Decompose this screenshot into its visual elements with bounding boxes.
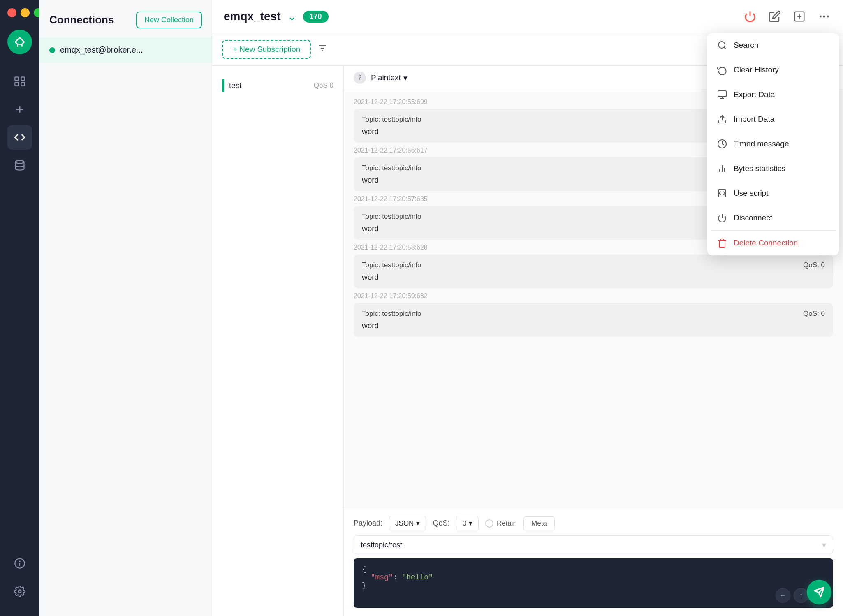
topbar-right xyxy=(743,9,831,24)
dropdown-item-disconnect[interactable]: Disconnect xyxy=(707,206,839,230)
minimize-button[interactable] xyxy=(21,8,30,17)
code-sep: : xyxy=(393,573,402,581)
svg-point-21 xyxy=(718,42,725,48)
svg-rect-23 xyxy=(718,91,726,97)
bytes-statistics-icon xyxy=(717,164,727,174)
send-button[interactable] xyxy=(807,580,831,604)
message-bubble-4: Topic: testtopic/info QoS: 0 word xyxy=(354,255,833,288)
dropdown-item-timed-message[interactable]: Timed message xyxy=(707,132,839,156)
dropdown-item-export-data[interactable]: Export Data xyxy=(707,82,839,107)
more-options-button[interactable] xyxy=(817,9,831,24)
connection-name: emqx_test@broker.e... xyxy=(60,45,143,55)
topic-row: ▾ xyxy=(354,535,833,554)
topic-chevron-icon: ▾ xyxy=(822,540,826,550)
format-label: Plaintext xyxy=(371,73,401,82)
payload-format-chevron-icon: ▾ xyxy=(416,519,420,528)
message-topic-4: Topic: testtopic/info xyxy=(362,261,422,269)
code-value: "hello" xyxy=(402,573,433,581)
dropdown-disconnect-label: Disconnect xyxy=(734,213,772,222)
message-body-4: word xyxy=(362,273,825,282)
power-button[interactable] xyxy=(743,9,757,24)
svg-line-22 xyxy=(724,47,726,49)
compose-options-row: Payload: JSON ▾ QoS: 0 ▾ Retain Meta xyxy=(354,516,833,530)
subscription-qos: QoS 0 xyxy=(314,81,333,90)
export-data-icon xyxy=(717,90,727,100)
retain-toggle[interactable]: Retain xyxy=(485,519,517,528)
meta-button[interactable]: Meta xyxy=(523,516,555,530)
code-editor[interactable]: { "msg": "hello" } ← ↑ → xyxy=(354,558,833,608)
svg-point-15 xyxy=(820,16,822,18)
qos-select[interactable]: 0 ▾ xyxy=(456,516,478,530)
traffic-lights xyxy=(0,8,43,17)
subscription-topic: test xyxy=(229,81,242,90)
dropdown-clear-history-label: Clear History xyxy=(734,65,779,74)
dropdown-import-label: Import Data xyxy=(734,115,774,124)
new-subscription-button[interactable]: + New Subscription xyxy=(222,40,311,59)
message-timestamp-5: 2021-12-22 17:20:59:682 xyxy=(354,291,833,301)
message-qos-4: QoS: 0 xyxy=(803,261,825,269)
nav-bottom xyxy=(7,551,32,604)
dropdown-use-script-label: Use script xyxy=(734,189,768,198)
svg-rect-3 xyxy=(21,82,25,86)
sidebar-item-code[interactable] xyxy=(7,125,32,150)
connections-header: Connections New Collection xyxy=(39,0,212,37)
dropdown-item-use-script[interactable]: Use script xyxy=(707,181,839,206)
svg-rect-1 xyxy=(21,77,25,81)
message-topic-3: Topic: testtopic/info xyxy=(362,213,422,221)
qos-chevron-icon: ▾ xyxy=(469,519,472,528)
dropdown-item-import-data[interactable]: Import Data xyxy=(707,107,839,132)
message-bubble-5: Topic: testtopic/info QoS: 0 word xyxy=(354,303,833,337)
sidebar-item-database[interactable] xyxy=(7,153,32,178)
svg-point-6 xyxy=(16,160,24,163)
subscription-list: test QoS 0 xyxy=(212,66,344,616)
connections-panel: Connections New Collection emqx_test@bro… xyxy=(39,0,212,616)
dropdown-timed-message-label: Timed message xyxy=(734,139,789,148)
message-body-5: word xyxy=(362,321,825,330)
sidebar-item-info[interactable] xyxy=(7,551,32,576)
code-nav-prev-button[interactable]: ← xyxy=(776,588,790,603)
connection-name-title: emqx_test xyxy=(224,10,281,23)
sidebar-item-settings[interactable] xyxy=(7,579,32,604)
code-key: "msg" xyxy=(371,573,393,581)
format-selector[interactable]: Plaintext ▾ xyxy=(371,73,408,83)
use-script-icon xyxy=(717,188,727,198)
subscription-item[interactable]: test QoS 0 xyxy=(212,72,343,99)
connection-status-dot xyxy=(49,47,55,53)
svg-rect-0 xyxy=(15,77,18,81)
topbar: emqx_test ⌄ 170 xyxy=(212,0,843,33)
topic-input[interactable] xyxy=(361,541,822,549)
format-chevron-icon: ▾ xyxy=(403,73,408,83)
dropdown-item-bytes-statistics[interactable]: Bytes statistics xyxy=(707,156,839,181)
connections-title: Connections xyxy=(49,14,114,26)
close-button[interactable] xyxy=(7,8,16,17)
message-bubble-header-4: Topic: testtopic/info QoS: 0 xyxy=(362,261,825,269)
dropdown-menu: Search Clear History Export Data xyxy=(707,33,839,255)
dropdown-item-clear-history[interactable]: Clear History xyxy=(707,58,839,82)
new-collection-button[interactable]: New Collection xyxy=(136,12,202,28)
dropdown-item-delete-connection[interactable]: Delete Connection xyxy=(707,231,839,255)
code-nav-up-button[interactable]: ↑ xyxy=(794,588,808,603)
chevron-down-icon[interactable]: ⌄ xyxy=(287,10,296,23)
message-bubble-header-5: Topic: testtopic/info QoS: 0 xyxy=(362,310,825,318)
timed-message-icon xyxy=(717,139,727,149)
sidebar-narrow xyxy=(0,0,39,616)
payload-format-value: JSON xyxy=(395,519,414,528)
search-icon xyxy=(717,40,727,50)
clear-history-icon xyxy=(717,65,727,75)
disconnect-icon xyxy=(717,213,727,223)
sidebar-item-add[interactable] xyxy=(7,97,32,122)
filter-icon-button[interactable] xyxy=(317,43,327,56)
add-window-button[interactable] xyxy=(792,9,807,24)
dropdown-delete-label: Delete Connection xyxy=(734,239,798,248)
dropdown-item-search[interactable]: Search xyxy=(707,33,839,58)
qos-label: QoS: xyxy=(433,519,449,528)
sidebar-item-connections[interactable] xyxy=(7,69,32,94)
payload-format-select[interactable]: JSON ▾ xyxy=(389,516,426,530)
connection-item[interactable]: emqx_test@broker.e... xyxy=(39,37,212,63)
qos-value: 0 xyxy=(462,519,466,528)
help-icon[interactable]: ? xyxy=(354,72,366,84)
nav-items xyxy=(7,69,32,551)
main-area: emqx_test ⌄ 170 xyxy=(212,0,843,616)
edit-button[interactable] xyxy=(767,9,782,24)
dropdown-search-label: Search xyxy=(734,41,758,50)
